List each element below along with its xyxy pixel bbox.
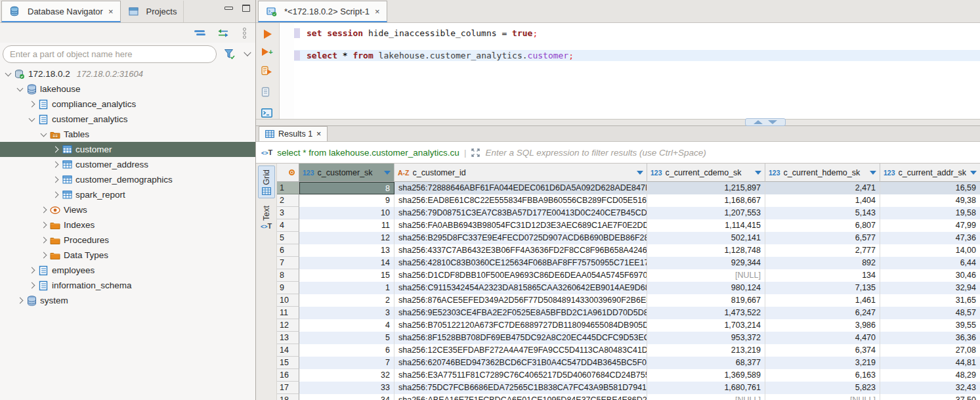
maximize-icon[interactable] <box>242 5 250 12</box>
cell-c_customer_id[interactable]: sha256:C9115342454A2323DA815865CAA326064… <box>394 282 647 294</box>
filter-funnel-icon[interactable] <box>223 48 236 60</box>
cell-c_current_hdemo_sk[interactable]: 134 <box>765 269 880 282</box>
cell-c_current_hdemo_sk[interactable]: 892 <box>765 257 880 269</box>
cell-c_current_cdemo_sk[interactable]: 1,215,897 <box>647 182 765 194</box>
row-number[interactable]: 4 <box>277 219 299 232</box>
row-number[interactable]: 9 <box>277 282 299 294</box>
cell-c_customer_id[interactable]: sha256:B705122120A673FC7DE6889727DB11809… <box>394 319 647 332</box>
cell-c_customer_sk[interactable]: 4 <box>299 319 394 332</box>
cell-c_current_addr_sk[interactable]: 32,43 <box>880 382 980 394</box>
cell-c_current_addr_sk[interactable]: 32,94 <box>880 282 980 294</box>
cell-c_current_hdemo_sk[interactable]: 6,247 <box>765 307 880 319</box>
tree-item-system[interactable]: system <box>0 293 255 308</box>
tree-item-procedures[interactable]: Procedures <box>0 233 255 248</box>
chevron-collapsed-icon[interactable] <box>40 252 47 259</box>
cell-c_customer_id[interactable]: sha256:876ACE5EFED349A2D56F77D5084891433… <box>394 294 647 307</box>
column-menu-icon[interactable] <box>970 171 977 175</box>
cell-c_current_hdemo_sk[interactable]: 3,219 <box>765 357 880 369</box>
column-menu-icon[interactable] <box>384 171 391 175</box>
tree-item-customer-address[interactable]: customer_address <box>0 157 255 172</box>
cell-c_customer_sk[interactable]: 12 <box>299 232 394 244</box>
chevron-collapsed-icon[interactable] <box>52 146 58 153</box>
grid-corner-cell[interactable] <box>277 164 299 182</box>
cell-c_current_cdemo_sk[interactable]: 1,114,415 <box>647 219 765 232</box>
cell-c_customer_sk[interactable]: 3 <box>299 307 394 319</box>
cell-c_current_hdemo_sk[interactable]: 2,777 <box>765 244 880 257</box>
tree-item-views[interactable]: Views <box>0 202 255 217</box>
cell-c_customer_id[interactable]: sha256:4337C7AB6432E3B06FF4A3636FD2F8CC8… <box>394 244 647 257</box>
cell-c_customer_id[interactable]: sha256:72888646ABF61FA044EDEC061D6DA5A09… <box>394 182 647 194</box>
cell-c_customer_sk[interactable]: 15 <box>299 269 394 282</box>
tree-item-spark-report[interactable]: spark_report <box>0 187 255 202</box>
sql-line-3[interactable]: select * from lakehouse.customer_analyti… <box>294 50 980 61</box>
cell-c_current_cdemo_sk[interactable]: [NULL] <box>647 269 765 282</box>
row-number[interactable]: 3 <box>277 207 299 219</box>
cell-c_customer_id[interactable]: sha256:8F1528BB708DF69EB475DC92A8C20EC44… <box>394 332 647 344</box>
row-number[interactable]: 6 <box>277 244 299 257</box>
tree-item-indexes[interactable]: Indexes <box>0 217 255 233</box>
cell-c_customer_sk[interactable]: 32 <box>299 369 394 382</box>
cell-c_current_hdemo_sk[interactable]: 6,374 <box>765 344 880 357</box>
close-icon[interactable]: × <box>108 7 114 16</box>
tree-item-tables[interactable]: Tables <box>0 127 255 142</box>
cell-c_customer_id[interactable]: sha256:620746BED947362BCD6CF31B0A4C547DD… <box>394 357 647 369</box>
chevron-expanded-icon[interactable] <box>16 85 23 91</box>
presentation-tab-grid[interactable]: Grid <box>258 166 275 198</box>
cell-c_current_cdemo_sk[interactable]: 1,168,667 <box>647 194 765 207</box>
tree-item-data-types[interactable]: Data Types <box>0 248 255 263</box>
execute-statement-icon[interactable] <box>264 30 272 39</box>
cell-c_current_cdemo_sk[interactable]: 1,369,589 <box>647 369 765 382</box>
cell-c_current_addr_sk[interactable]: 27,08 <box>880 344 980 357</box>
column-header-c_current_hdemo_sk[interactable]: 123c_current_hdemo_sk <box>765 164 880 182</box>
cell-c_current_cdemo_sk[interactable]: 1,473,522 <box>647 307 765 319</box>
cell-c_customer_sk[interactable]: 34 <box>299 394 394 400</box>
chevron-collapsed-icon[interactable] <box>40 237 47 244</box>
cell-c_customer_sk[interactable]: 33 <box>299 382 394 394</box>
sql-line-2[interactable] <box>294 39 980 50</box>
cell-c_customer_id[interactable]: sha256:79D08751C3EA7C83BA57D177E00413D0C… <box>394 207 647 219</box>
collapse-all-icon[interactable] <box>194 29 205 37</box>
cell-c_customer_sk[interactable]: 7 <box>299 357 394 369</box>
chevron-expanded-icon[interactable] <box>28 115 35 122</box>
presentation-tab-text[interactable]: Text <>T <box>258 202 275 233</box>
cell-c_current_hdemo_sk[interactable]: 6,577 <box>765 232 880 244</box>
close-icon[interactable]: × <box>375 7 380 16</box>
cell-c_current_hdemo_sk[interactable]: 1,461 <box>765 294 880 307</box>
cell-c_customer_sk[interactable]: 9 <box>299 194 394 207</box>
column-header-c_current_addr_sk[interactable]: 123c_current_addr_sk <box>880 164 980 182</box>
cell-c_current_addr_sk[interactable]: 6,44 <box>880 257 980 269</box>
cell-c_current_addr_sk[interactable]: 14,00 <box>880 244 980 257</box>
cell-c_customer_sk[interactable]: 13 <box>299 244 394 257</box>
cell-c_current_hdemo_sk[interactable]: 1,404 <box>765 194 880 207</box>
cell-c_customer_sk[interactable]: 11 <box>299 219 394 232</box>
cell-c_customer_id[interactable]: sha256:B295D8FC337E9E4FECD0725D907ACD6B6… <box>394 232 647 244</box>
cell-c_current_hdemo_sk[interactable]: 5,823 <box>765 382 880 394</box>
row-number[interactable]: 16 <box>277 369 299 382</box>
open-console-icon[interactable] <box>261 107 272 119</box>
cell-c_current_hdemo_sk[interactable]: 5,143 <box>765 207 880 219</box>
tree-item-compliance-analytics[interactable]: compliance_analytics <box>0 97 255 112</box>
cell-c_customer_id[interactable]: sha256:42810C83B0360CE125634F068BAF8FF75… <box>394 257 647 269</box>
cell-c_customer_id[interactable]: sha256:EAD8E61C8C22E555834FBBA9B60556CB2… <box>394 194 647 207</box>
chevron-collapsed-icon[interactable] <box>40 207 47 213</box>
cell-c_current_cdemo_sk[interactable]: 953,372 <box>647 332 765 344</box>
cell-c_customer_id[interactable]: sha256:12CE35EFDABF272A4A47E9FA9CC5D4113… <box>394 344 647 357</box>
column-header-c_customer_sk[interactable]: 123c_customer_sk <box>299 164 394 182</box>
tab-database-navigator[interactable]: Database Navigator × <box>1 1 121 22</box>
cell-c_current_addr_sk[interactable]: 16,59 <box>880 182 980 194</box>
cell-c_current_addr_sk[interactable]: 49,38 <box>880 194 980 207</box>
cell-c_current_cdemo_sk[interactable]: 980,124 <box>647 282 765 294</box>
cell-c_current_addr_sk[interactable]: 47,36 <box>880 232 980 244</box>
cell-c_current_addr_sk[interactable]: 48,57 <box>880 307 980 319</box>
tree-item-employees[interactable]: employees <box>0 263 255 278</box>
row-number[interactable]: 1 <box>277 182 299 194</box>
view-menu-icon[interactable] <box>243 27 246 39</box>
row-number[interactable]: 8 <box>277 269 299 282</box>
chevron-collapsed-icon[interactable] <box>40 222 47 229</box>
cell-c_current_hdemo_sk[interactable]: 2,471 <box>765 182 880 194</box>
cell-c_current_cdemo_sk[interactable]: 1,207,553 <box>647 207 765 219</box>
row-number[interactable]: 13 <box>277 332 299 344</box>
tree-item-customer-demographics[interactable]: customer_demographics <box>0 172 255 187</box>
chevron-collapsed-icon[interactable] <box>16 298 23 304</box>
cell-c_customer_sk[interactable]: 6 <box>299 344 394 357</box>
